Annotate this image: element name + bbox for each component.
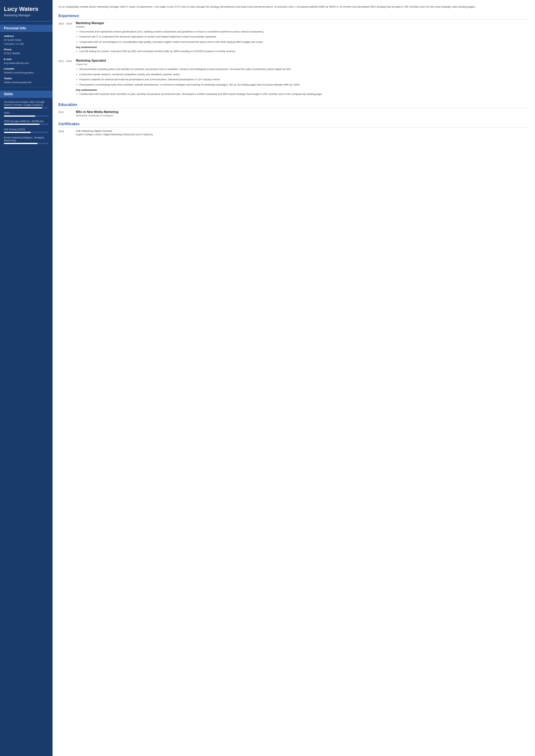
experience-section: Experience 2015 - 2018 Marketing Manager… (58, 14, 529, 98)
list-item: Prepared materials for internal and exte… (79, 78, 529, 82)
exp-date: 2015 - 2018 (58, 21, 76, 55)
skill-item: CRO (4, 112, 49, 117)
exp-job-title: Marketing Specialist (76, 59, 529, 63)
certificate-item: 2016 CIM: Mastering Digital Channels Ins… (58, 129, 529, 136)
linkedin-value: linkedin.com/in/lucyjwaters (4, 71, 49, 75)
main-content: As an analytically-minded senior marketi… (52, 0, 535, 756)
exp-job-title: Marketing Manager (76, 21, 529, 25)
education-section: Education 2011 MSc in New Media Marketin… (58, 102, 529, 117)
address-line2: Liverpool, L4 1SE (4, 42, 49, 46)
skill-name: SEM (Google AdWords, SEMRush) (4, 120, 49, 123)
education-item: 2011 MSc in New Media Marketing Distinct… (58, 110, 529, 117)
skill-item: A/B Testing (VWO) (4, 128, 49, 133)
edu-degree: MSc in New Media Marketing (76, 110, 529, 114)
key-achievement-label: Key achievement: (76, 46, 529, 49)
summary-text: As an analytically-minded senior marketi… (58, 5, 529, 9)
list-item: Led A/B testing for content. Improved CR… (79, 49, 529, 53)
candidate-name: Lucy Waters (4, 6, 49, 13)
skill-bar-bg (4, 116, 49, 117)
experience-list: 2015 - 2018 Marketing Manager Solstice D… (58, 21, 529, 98)
certificates-title: Certificates (58, 122, 529, 127)
certificates-section: Certificates 2016 CIM: Mastering Digital… (58, 122, 529, 136)
key-achievement-bullets: Collaborated with business team members … (76, 92, 529, 96)
skill-item: SEM (Google AdWords, SEMRush) (4, 120, 49, 125)
skill-item: Technical and creative SEO (Google Searc… (4, 100, 49, 108)
list-item: Documented and maintained content specif… (79, 30, 529, 34)
education-title: Education (58, 102, 529, 108)
sidebar-header: Lucy Waters Marketing Manager (0, 0, 52, 22)
twitter-label: Twitter (4, 77, 49, 80)
exp-bullets: Documented and maintained content specif… (76, 30, 529, 44)
list-item: Recommended marketing plans and activiti… (79, 67, 529, 71)
exp-content: Marketing Specialist Canon Inc. Recommen… (76, 59, 529, 98)
address-line1: 25 South Street (4, 38, 49, 42)
cert-content: CIM: Mastering Digital Channels Inspire … (76, 129, 529, 136)
edu-school: Distinction University of Liverpool (76, 114, 529, 117)
phone-value: 07323 764000 (4, 51, 49, 55)
list-item: Partnered with IT to understand the tech… (79, 35, 529, 39)
experience-title: Experience (58, 14, 529, 19)
skill-name: A/B Testing (VWO) (4, 128, 49, 131)
skill-bar-bg (4, 132, 49, 133)
candidate-title: Marketing Manager (4, 14, 49, 17)
phone-label: Phone (4, 48, 49, 51)
education-list: 2011 MSc in New Media Marketing Distinct… (58, 110, 529, 117)
list-item: Conducted market research, monitored com… (79, 72, 529, 77)
certificates-list: 2016 CIM: Mastering Digital Channels Ins… (58, 129, 529, 136)
cert-school: Inspire College London: Digital Marketin… (76, 133, 529, 136)
cert-name: CIM: Mastering Digital Channels (76, 129, 529, 132)
skills-section: Skills Technical and creative SEO (Googl… (0, 88, 52, 150)
experience-item: 2011 - 2014 Marketing Specialist Canon I… (58, 59, 529, 98)
key-achievement-bullets: Led A/B testing for content. Improved CR… (76, 49, 529, 53)
email-label: E-mail (4, 58, 49, 61)
experience-item: 2015 - 2018 Marketing Manager Solstice D… (58, 21, 529, 55)
exp-company: Canon Inc. (76, 63, 529, 66)
skill-bar-fill (4, 107, 42, 108)
key-achievement-label: Key achievement: (76, 89, 529, 91)
sidebar: Lucy Waters Marketing Manager Personal I… (0, 0, 52, 756)
twitter-value: twitter.com/lucywaters44 (4, 80, 49, 84)
list-item: Cooperated with UX and designers to conc… (79, 40, 529, 44)
skills-title: Skills (0, 91, 52, 98)
exp-content: Marketing Manager Solstice Documented an… (76, 21, 529, 55)
skill-name: Technical and creative SEO (Google Searc… (4, 100, 49, 106)
skill-bar-bg (4, 123, 49, 125)
edu-content: MSc in New Media Marketing Distinction U… (76, 110, 529, 117)
skill-bar-bg (4, 143, 49, 144)
list-item: Participated in coordinating trade show … (79, 83, 529, 87)
exp-company: Solstice (76, 25, 529, 28)
skill-bar-fill (4, 123, 40, 125)
exp-date: 2011 - 2014 (58, 59, 76, 98)
skill-name: Email marketing (Mailgun, Sendgrid, Mail… (4, 136, 49, 142)
edu-date: 2011 (58, 110, 76, 117)
linkedin-label: LinkedIn (4, 67, 49, 70)
skill-bar-fill (4, 143, 38, 144)
list-item: Collaborated with business team members … (79, 92, 529, 96)
skill-bar-fill (4, 132, 31, 133)
address-label: Address (4, 35, 49, 38)
skill-item: Email marketing (Mailgun, Sendgrid, Mail… (4, 136, 49, 144)
personal-info-title: Personal Info (0, 25, 52, 32)
skills-list: Technical and creative SEO (Google Searc… (4, 100, 49, 144)
skill-bar-fill (4, 116, 35, 117)
exp-bullets: Recommended marketing plans and activiti… (76, 67, 529, 87)
email-value: lucy.waters@mail.com (4, 61, 49, 65)
skill-bar-bg (4, 107, 49, 108)
skill-name: CRO (4, 112, 49, 115)
personal-info-section: Personal Info Address 25 South Street Li… (0, 22, 52, 88)
cert-date: 2016 (58, 129, 76, 136)
